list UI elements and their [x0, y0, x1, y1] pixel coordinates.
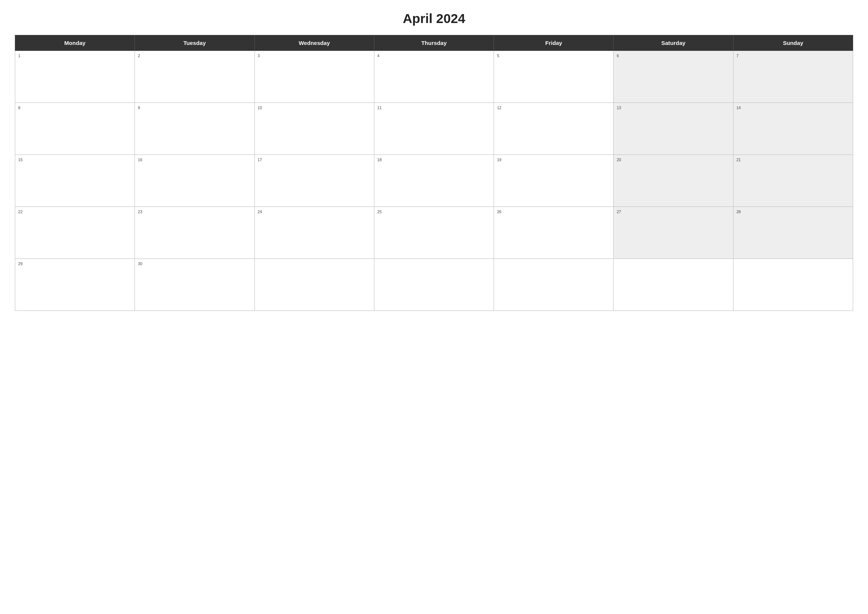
calendar-header-thursday: Thursday: [374, 35, 494, 51]
day-number: 17: [258, 158, 262, 162]
calendar-empty-cell: [733, 259, 853, 311]
day-number: 5: [497, 53, 499, 58]
calendar-day-23: 23: [135, 207, 254, 259]
calendar-week-row: 1234567: [15, 51, 853, 103]
day-number: 27: [617, 209, 621, 214]
calendar-empty-cell: [614, 259, 733, 311]
calendar-day-7: 7: [733, 51, 853, 103]
day-number: 16: [138, 158, 142, 162]
calendar-day-2: 2: [135, 51, 254, 103]
calendar-header-sunday: Sunday: [733, 35, 853, 51]
calendar-empty-cell: [494, 259, 614, 311]
day-number: 29: [18, 262, 23, 266]
calendar-day-26: 26: [494, 207, 614, 259]
calendar-day-4: 4: [374, 51, 494, 103]
day-number: 8: [18, 105, 20, 110]
calendar-day-30: 30: [135, 259, 254, 311]
day-number: 11: [377, 105, 382, 110]
calendar-day-5: 5: [494, 51, 614, 103]
calendar-day-17: 17: [254, 155, 374, 207]
calendar-day-14: 14: [733, 103, 853, 155]
calendar-day-20: 20: [614, 155, 733, 207]
calendar-day-29: 29: [15, 259, 135, 311]
day-number: 19: [497, 158, 501, 162]
calendar-day-11: 11: [374, 103, 494, 155]
calendar-header-saturday: Saturday: [614, 35, 733, 51]
day-number: 15: [18, 158, 23, 162]
calendar-day-19: 19: [494, 155, 614, 207]
calendar-header-tuesday: Tuesday: [135, 35, 254, 51]
calendar-day-15: 15: [15, 155, 135, 207]
day-number: 4: [377, 53, 380, 58]
day-number: 14: [736, 105, 741, 110]
calendar-day-13: 13: [614, 103, 733, 155]
day-number: 6: [617, 53, 619, 58]
calendar-day-22: 22: [15, 207, 135, 259]
calendar-title: April 2024: [15, 11, 853, 26]
calendar-day-8: 8: [15, 103, 135, 155]
calendar-empty-cell: [374, 259, 494, 311]
calendar-week-row: 15161718192021: [15, 155, 853, 207]
calendar-day-18: 18: [374, 155, 494, 207]
day-number: 10: [258, 105, 262, 110]
calendar-day-9: 9: [135, 103, 254, 155]
calendar-day-6: 6: [614, 51, 733, 103]
day-number: 1: [18, 53, 20, 58]
calendar-day-25: 25: [374, 207, 494, 259]
calendar-header-friday: Friday: [494, 35, 614, 51]
calendar-table: MondayTuesdayWednesdayThursdayFridaySatu…: [15, 35, 853, 311]
calendar-week-row: 891011121314: [15, 103, 853, 155]
calendar-day-28: 28: [733, 207, 853, 259]
day-number: 28: [736, 209, 741, 214]
day-number: 24: [258, 209, 262, 214]
calendar-header-monday: Monday: [15, 35, 135, 51]
day-number: 18: [377, 158, 382, 162]
day-number: 20: [617, 158, 621, 162]
calendar-empty-cell: [254, 259, 374, 311]
day-number: 9: [138, 105, 140, 110]
day-number: 13: [617, 105, 621, 110]
calendar-day-12: 12: [494, 103, 614, 155]
calendar-day-16: 16: [135, 155, 254, 207]
calendar-day-21: 21: [733, 155, 853, 207]
calendar-day-24: 24: [254, 207, 374, 259]
day-number: 3: [258, 53, 260, 58]
calendar-week-row: 22232425262728: [15, 207, 853, 259]
calendar-day-10: 10: [254, 103, 374, 155]
day-number: 23: [138, 209, 142, 214]
calendar-day-3: 3: [254, 51, 374, 103]
calendar-day-27: 27: [614, 207, 733, 259]
day-number: 26: [497, 209, 501, 214]
calendar-day-1: 1: [15, 51, 135, 103]
calendar-header-wednesday: Wednesday: [254, 35, 374, 51]
day-number: 21: [736, 158, 741, 162]
day-number: 25: [377, 209, 382, 214]
day-number: 12: [497, 105, 501, 110]
day-number: 2: [138, 53, 140, 58]
day-number: 7: [736, 53, 739, 58]
calendar-week-row: 2930: [15, 259, 853, 311]
day-number: 30: [138, 262, 142, 266]
day-number: 22: [18, 209, 23, 214]
